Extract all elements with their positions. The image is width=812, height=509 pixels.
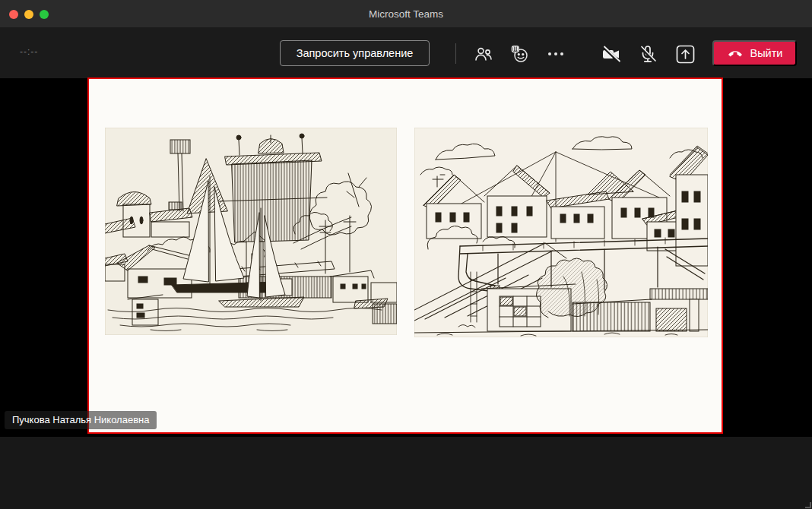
participants-button[interactable] bbox=[473, 43, 494, 65]
sketch-harbor-town bbox=[105, 128, 397, 335]
hangup-icon bbox=[727, 49, 744, 58]
presenter-name-badge: Пучкова Наталья Николаевна bbox=[5, 411, 157, 429]
mic-off-button[interactable] bbox=[637, 43, 658, 65]
camera-off-icon bbox=[601, 43, 622, 65]
window-title: Microsoft Teams bbox=[0, 0, 812, 28]
meeting-toolbar: --:-- Запросить управление bbox=[0, 28, 812, 78]
people-icon bbox=[474, 44, 493, 64]
more-icon bbox=[546, 44, 566, 64]
toolbar-divider bbox=[455, 43, 456, 64]
mic-off-icon bbox=[637, 43, 658, 65]
titlebar: Microsoft Teams bbox=[0, 0, 812, 28]
sketch-industrial-street bbox=[414, 128, 708, 337]
request-control-button[interactable]: Запросить управление bbox=[280, 40, 430, 66]
share-screen-icon bbox=[675, 44, 696, 65]
leave-call-label: Выйти bbox=[750, 47, 783, 59]
leave-call-button[interactable]: Выйти bbox=[712, 40, 797, 66]
screen-share-view[interactable] bbox=[87, 77, 723, 434]
reactions-button[interactable] bbox=[509, 43, 530, 65]
meeting-stage: Пучкова Наталья Николаевна bbox=[0, 78, 812, 437]
camera-off-button[interactable] bbox=[601, 43, 622, 65]
resize-grip[interactable] bbox=[805, 502, 811, 508]
more-options-button[interactable] bbox=[545, 43, 566, 65]
teams-window: Microsoft Teams --:-- Запросить управлен… bbox=[0, 0, 812, 509]
share-screen-button[interactable] bbox=[674, 43, 696, 65]
participants-strip: +6 ДМ ИА Хабибова Алевтина bbox=[0, 437, 812, 509]
call-timer: --:-- bbox=[20, 46, 38, 57]
reactions-icon bbox=[509, 44, 530, 65]
